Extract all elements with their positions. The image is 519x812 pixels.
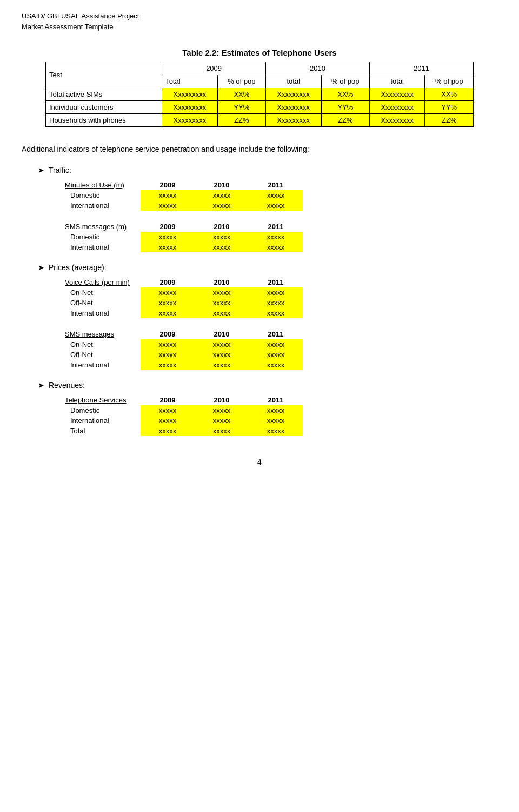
row-label: Off-Net xyxy=(54,350,141,360)
document-header: USAID/ GBI USAF Assistance Project Marke… xyxy=(22,11,497,32)
col-total: Total xyxy=(162,75,217,88)
year-header: 2009 xyxy=(141,277,195,287)
year-header: 2011 xyxy=(249,395,303,405)
row-value: Xxxxxxxxx xyxy=(370,114,425,127)
col-year-2011: 2011 xyxy=(370,62,474,75)
bullet-label: Traffic: xyxy=(49,166,71,175)
row-value: Xxxxxxxxx xyxy=(162,101,217,114)
sub-section-label: SMS messages xyxy=(65,330,114,338)
col-total2: total xyxy=(266,75,321,88)
sections-container: ➤Traffic:Minutes of Use (m)200920102011D… xyxy=(22,166,497,436)
row-value: xxxxx xyxy=(141,287,195,298)
col-year-2009: 2009 xyxy=(162,62,266,75)
row-value: Xxxxxxxxx xyxy=(162,88,217,101)
row-label: Domestic xyxy=(54,190,141,200)
row-label: Total active SIMs xyxy=(46,88,162,101)
bullet-item-1: ➤Prices (average): xyxy=(38,263,497,272)
bullet-arrow-icon: ➤ xyxy=(38,381,44,390)
row-value: Xxxxxxxxx xyxy=(266,88,321,101)
sub-section-label: SMS messages (m) xyxy=(65,223,127,231)
row-value: xxxxx xyxy=(195,350,249,360)
row-value: xxxxx xyxy=(141,200,195,211)
year-header: 2010 xyxy=(195,277,249,287)
row-value: xxxxx xyxy=(141,298,195,308)
header-line1: USAID/ GBI USAF Assistance Project xyxy=(22,11,497,22)
row-value: ZZ% xyxy=(217,114,265,127)
row-value: xxxxx xyxy=(195,287,249,298)
row-label: International xyxy=(54,308,141,318)
row-label: International xyxy=(54,360,141,370)
sub-table: SMS messages (m)200920102011Domesticxxxx… xyxy=(54,222,303,252)
subsection-0-1: SMS messages (m)200920102011Domesticxxxx… xyxy=(54,222,497,252)
bullet-section-0: ➤Traffic: xyxy=(38,166,497,175)
row-value: xxxxx xyxy=(195,360,249,370)
row-value: xxxxx xyxy=(141,190,195,200)
row-value: Xxxxxxxxx xyxy=(370,101,425,114)
row-value: xxxxx xyxy=(249,232,303,242)
year-header: 2011 xyxy=(249,277,303,287)
bullet-item-0: ➤Traffic: xyxy=(38,166,497,175)
subsection-2-0: Telephone Services200920102011Domesticxx… xyxy=(54,395,497,436)
row-value: xxxxx xyxy=(195,232,249,242)
additional-text: Additional indicators of telephone servi… xyxy=(22,143,497,155)
table-row: Individual customersXxxxxxxxxYY%Xxxxxxxx… xyxy=(46,101,474,114)
row-value: XX% xyxy=(321,88,369,101)
row-value: Xxxxxxxxx xyxy=(266,101,321,114)
row-value: xxxxx xyxy=(249,350,303,360)
row-value: xxxxx xyxy=(141,232,195,242)
row-value: xxxxx xyxy=(195,190,249,200)
year-header: 2009 xyxy=(141,222,195,232)
row-label: Individual customers xyxy=(46,101,162,114)
row-value: xxxxx xyxy=(141,350,195,360)
row-value: xxxxx xyxy=(195,200,249,211)
row-value: xxxxx xyxy=(141,242,195,252)
row-label: Domestic xyxy=(54,232,141,242)
col-test: Test xyxy=(46,62,162,88)
row-value: xxxxx xyxy=(249,426,303,436)
sub-table: Telephone Services200920102011Domesticxx… xyxy=(54,395,303,436)
row-value: xxxxx xyxy=(141,308,195,318)
row-value: xxxxx xyxy=(249,200,303,211)
row-value: xxxxx xyxy=(249,405,303,415)
bullet-arrow-icon: ➤ xyxy=(38,166,44,175)
row-value: YY% xyxy=(425,101,474,114)
year-header: 2009 xyxy=(141,395,195,405)
col-pctpop3: % of pop xyxy=(425,75,474,88)
header-line2: Market Assessment Template xyxy=(22,22,497,32)
bullet-label: Prices (average): xyxy=(49,263,107,272)
row-value: YY% xyxy=(321,101,369,114)
row-value: xxxxx xyxy=(195,339,249,350)
bullet-label: Revenues: xyxy=(49,381,85,390)
sub-table: Voice Calls (per min)200920102011On-Netx… xyxy=(54,277,303,318)
row-label: Households with phones xyxy=(46,114,162,127)
row-value: xxxxx xyxy=(195,415,249,426)
col-total3: total xyxy=(370,75,425,88)
year-header: 2010 xyxy=(195,329,249,339)
row-value: Xxxxxxxxx xyxy=(370,88,425,101)
year-header: 2011 xyxy=(249,329,303,339)
row-value: xxxxx xyxy=(141,360,195,370)
year-header: 2011 xyxy=(249,180,303,190)
row-label: International xyxy=(54,415,141,426)
row-value: XX% xyxy=(217,88,265,101)
row-label: International xyxy=(54,200,141,211)
bullet-item-2: ➤Revenues: xyxy=(38,381,497,390)
subsection-0-0: Minutes of Use (m)200920102011Domesticxx… xyxy=(54,180,497,211)
row-value: xxxxx xyxy=(141,339,195,350)
row-value: xxxxx xyxy=(249,308,303,318)
year-header: 2010 xyxy=(195,222,249,232)
row-label: International xyxy=(54,242,141,252)
row-value: xxxxx xyxy=(249,287,303,298)
row-label: Total xyxy=(54,426,141,436)
row-label: Off-Net xyxy=(54,298,141,308)
row-value: xxxxx xyxy=(141,405,195,415)
row-label: Domestic xyxy=(54,405,141,415)
row-value: xxxxx xyxy=(249,242,303,252)
row-value: xxxxx xyxy=(249,339,303,350)
row-value: ZZ% xyxy=(425,114,474,127)
sub-section-label: Telephone Services xyxy=(65,396,126,404)
year-header: 2009 xyxy=(141,180,195,190)
table-row: Total active SIMsXxxxxxxxxXX%XxxxxxxxxXX… xyxy=(46,88,474,101)
sub-table: Minutes of Use (m)200920102011Domesticxx… xyxy=(54,180,303,211)
table-row: Households with phonesXxxxxxxxxZZ%Xxxxxx… xyxy=(46,114,474,127)
